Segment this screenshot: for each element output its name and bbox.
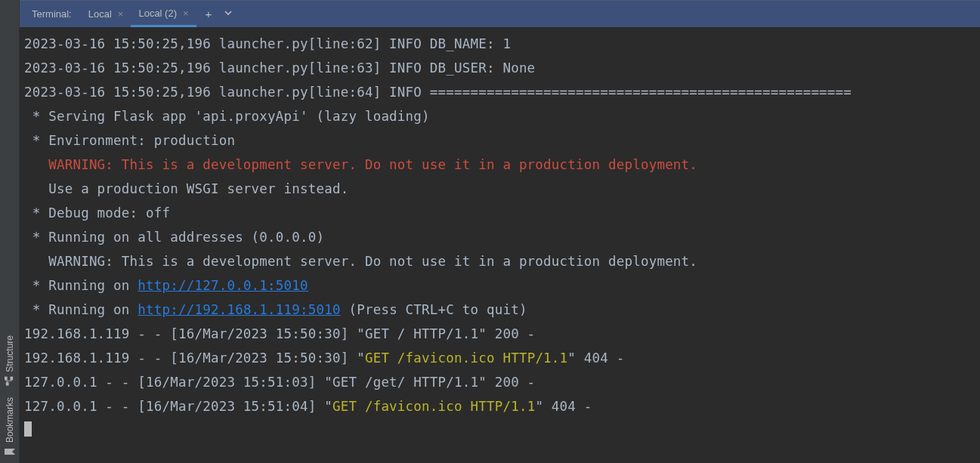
structure-icon — [5, 376, 15, 387]
terminal-line: 2023-03-16 15:50:25,196 launcher.py[line… — [24, 56, 975, 80]
sidebar-item-bookmarks[interactable]: Bookmarks — [5, 396, 15, 458]
terminal-line: 127.0.0.1 - - [16/Mar/2023 15:51:03] "GE… — [24, 370, 975, 394]
chevron-down-icon — [224, 8, 233, 17]
terminal-line: 2023-03-16 15:50:25,196 launcher.py[line… — [24, 32, 975, 56]
terminal-line: Use a production WSGI server instead. — [24, 177, 975, 201]
sidebar-item-label: Structure — [5, 335, 15, 372]
toolwindow-sidebar: Structure Bookmarks — [0, 0, 20, 463]
terminal-line: * Environment: production — [24, 128, 975, 153]
tabs-container: Local×Local (2)× — [81, 1, 196, 27]
terminal-more-chevron[interactable] — [221, 8, 236, 20]
close-icon[interactable]: × — [183, 8, 189, 19]
terminal-line: * Running on all addresses (0.0.0.0) — [24, 225, 975, 249]
terminal-title: Terminal: — [23, 8, 81, 20]
terminal-panel: Terminal: Local×Local (2)× + 2023-03-16 … — [20, 0, 980, 463]
new-terminal-button[interactable]: + — [196, 8, 221, 20]
terminal-tab[interactable]: Local (2)× — [131, 1, 196, 27]
terminal-line: WARNING: This is a development server. D… — [24, 249, 975, 273]
terminal-cursor — [24, 421, 32, 437]
terminal-line: * Debug mode: off — [24, 201, 975, 225]
terminal-line — [24, 418, 975, 443]
terminal-line: * Serving Flask app 'api.proxyApi' (lazy… — [24, 104, 975, 128]
terminal-link[interactable]: http://127.0.0.1:5010 — [138, 278, 308, 293]
tab-label: Local (2) — [138, 8, 177, 19]
sidebar-item-structure[interactable]: Structure — [5, 334, 15, 388]
terminal-line: 127.0.0.1 - - [16/Mar/2023 15:51:04] "GE… — [24, 394, 975, 418]
terminal-tab[interactable]: Local× — [81, 1, 131, 27]
bookmark-icon — [5, 446, 15, 457]
close-icon[interactable]: × — [118, 8, 124, 20]
terminal-output[interactable]: 2023-03-16 15:50:25,196 launcher.py[line… — [20, 27, 980, 463]
svg-rect-0 — [6, 383, 9, 387]
terminal-line: WARNING: This is a development server. D… — [24, 153, 975, 177]
terminal-line: * Running on http://127.0.0.1:5010 — [24, 273, 975, 298]
terminal-line: 2023-03-16 15:50:25,196 launcher.py[line… — [24, 80, 975, 104]
terminal-link[interactable]: http://192.168.1.119:5010 — [138, 302, 340, 317]
terminal-line: 192.168.1.119 - - [16/Mar/2023 15:50:30]… — [24, 346, 975, 370]
terminal-tab-bar: Terminal: Local×Local (2)× + — [20, 0, 980, 27]
tab-label: Local — [88, 8, 112, 20]
terminal-line: 192.168.1.119 - - [16/Mar/2023 15:50:30]… — [24, 322, 975, 346]
terminal-line: * Running on http://192.168.1.119:5010 (… — [24, 298, 975, 322]
sidebar-item-label: Bookmarks — [5, 397, 15, 443]
